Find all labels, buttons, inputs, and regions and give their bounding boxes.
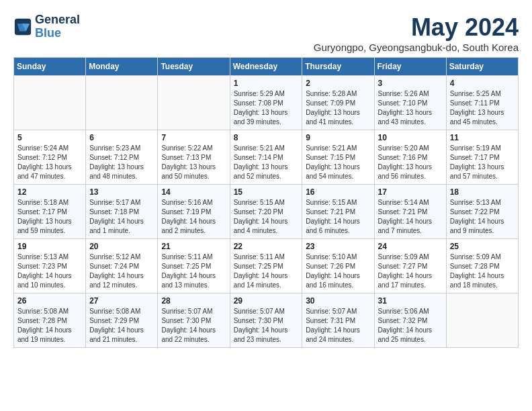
day-number: 2 xyxy=(306,79,370,88)
calendar-cell: 30Sunrise: 5:07 AM Sunset: 7:31 PM Dayli… xyxy=(302,293,374,348)
day-number: 22 xyxy=(234,242,299,251)
calendar-cell: 2Sunrise: 5:28 AM Sunset: 7:09 PM Daylig… xyxy=(302,76,374,130)
calendar-cell: 6Sunrise: 5:23 AM Sunset: 7:12 PM Daylig… xyxy=(86,130,158,185)
calendar-cell xyxy=(14,76,86,130)
col-sunday: Sunday xyxy=(14,58,86,76)
day-info: Sunrise: 5:13 AM Sunset: 7:22 PM Dayligh… xyxy=(450,198,515,236)
calendar-cell: 29Sunrise: 5:07 AM Sunset: 7:30 PM Dayli… xyxy=(230,293,302,348)
col-saturday: Saturday xyxy=(446,58,518,76)
day-info: Sunrise: 5:12 AM Sunset: 7:24 PM Dayligh… xyxy=(89,253,154,290)
day-info: Sunrise: 5:11 AM Sunset: 7:25 PM Dayligh… xyxy=(161,253,226,290)
day-number: 7 xyxy=(161,133,226,142)
calendar-cell: 18Sunrise: 5:13 AM Sunset: 7:22 PM Dayli… xyxy=(446,185,518,239)
day-info: Sunrise: 5:15 AM Sunset: 7:21 PM Dayligh… xyxy=(306,198,370,236)
logo: General Blue xyxy=(13,13,80,40)
calendar-cell: 28Sunrise: 5:07 AM Sunset: 7:30 PM Dayli… xyxy=(158,293,230,348)
calendar-cell: 16Sunrise: 5:15 AM Sunset: 7:21 PM Dayli… xyxy=(302,185,374,239)
day-info: Sunrise: 5:07 AM Sunset: 7:30 PM Dayligh… xyxy=(234,307,299,345)
day-number: 11 xyxy=(450,133,515,142)
day-info: Sunrise: 5:21 AM Sunset: 7:15 PM Dayligh… xyxy=(306,144,370,181)
calendar-week-2: 5Sunrise: 5:24 AM Sunset: 7:12 PM Daylig… xyxy=(14,130,519,185)
calendar-cell: 24Sunrise: 5:09 AM Sunset: 7:27 PM Dayli… xyxy=(374,239,446,293)
logo-text: General Blue xyxy=(35,13,80,40)
calendar-cell: 14Sunrise: 5:16 AM Sunset: 7:19 PM Dayli… xyxy=(158,185,230,239)
month-title: May 2024 xyxy=(314,13,519,42)
calendar-cell: 4Sunrise: 5:25 AM Sunset: 7:11 PM Daylig… xyxy=(446,76,518,130)
calendar-cell: 5Sunrise: 5:24 AM Sunset: 7:12 PM Daylig… xyxy=(14,130,86,185)
day-number: 21 xyxy=(161,242,226,251)
day-info: Sunrise: 5:24 AM Sunset: 7:12 PM Dayligh… xyxy=(17,144,82,181)
day-info: Sunrise: 5:20 AM Sunset: 7:16 PM Dayligh… xyxy=(378,144,443,181)
calendar-cell: 22Sunrise: 5:11 AM Sunset: 7:25 PM Dayli… xyxy=(230,239,302,293)
day-info: Sunrise: 5:26 AM Sunset: 7:10 PM Dayligh… xyxy=(378,89,443,127)
day-number: 5 xyxy=(17,133,82,142)
calendar-table: Sunday Monday Tuesday Wednesday Thursday… xyxy=(13,57,519,348)
day-number: 16 xyxy=(306,187,370,197)
day-number: 20 xyxy=(89,242,154,251)
calendar-cell xyxy=(446,293,518,348)
day-number: 13 xyxy=(89,187,154,197)
day-number: 4 xyxy=(450,79,515,88)
calendar-cell: 1Sunrise: 5:29 AM Sunset: 7:08 PM Daylig… xyxy=(230,76,302,130)
calendar-cell: 3Sunrise: 5:26 AM Sunset: 7:10 PM Daylig… xyxy=(374,76,446,130)
calendar-week-4: 19Sunrise: 5:13 AM Sunset: 7:23 PM Dayli… xyxy=(14,239,519,293)
day-number: 29 xyxy=(234,296,299,306)
day-number: 30 xyxy=(306,296,370,306)
day-info: Sunrise: 5:17 AM Sunset: 7:18 PM Dayligh… xyxy=(89,198,154,236)
page-header: General Blue May 2024 Guryongpo, Gyeongs… xyxy=(13,13,519,53)
day-number: 9 xyxy=(306,133,370,142)
calendar-cell: 12Sunrise: 5:18 AM Sunset: 7:17 PM Dayli… xyxy=(14,185,86,239)
day-info: Sunrise: 5:09 AM Sunset: 7:27 PM Dayligh… xyxy=(378,253,443,290)
day-number: 18 xyxy=(450,187,515,197)
calendar-header-row: Sunday Monday Tuesday Wednesday Thursday… xyxy=(14,58,519,76)
calendar-week-5: 26Sunrise: 5:08 AM Sunset: 7:28 PM Dayli… xyxy=(14,293,519,348)
calendar-cell: 23Sunrise: 5:10 AM Sunset: 7:26 PM Dayli… xyxy=(302,239,374,293)
day-info: Sunrise: 5:28 AM Sunset: 7:09 PM Dayligh… xyxy=(306,89,370,127)
calendar-cell xyxy=(86,76,158,130)
day-info: Sunrise: 5:07 AM Sunset: 7:31 PM Dayligh… xyxy=(306,307,370,345)
day-info: Sunrise: 5:29 AM Sunset: 7:08 PM Dayligh… xyxy=(234,89,299,127)
day-number: 26 xyxy=(17,296,82,306)
location-subtitle: Guryongpo, Gyeongsangbuk-do, South Korea xyxy=(314,42,519,53)
day-number: 31 xyxy=(378,296,443,306)
day-number: 27 xyxy=(89,296,154,306)
calendar-cell: 7Sunrise: 5:22 AM Sunset: 7:13 PM Daylig… xyxy=(158,130,230,185)
calendar-cell: 19Sunrise: 5:13 AM Sunset: 7:23 PM Dayli… xyxy=(14,239,86,293)
day-number: 24 xyxy=(378,242,443,251)
day-number: 19 xyxy=(17,242,82,251)
day-info: Sunrise: 5:08 AM Sunset: 7:28 PM Dayligh… xyxy=(17,307,82,345)
calendar-cell: 11Sunrise: 5:19 AM Sunset: 7:17 PM Dayli… xyxy=(446,130,518,185)
day-info: Sunrise: 5:23 AM Sunset: 7:12 PM Dayligh… xyxy=(89,144,154,181)
calendar-cell: 10Sunrise: 5:20 AM Sunset: 7:16 PM Dayli… xyxy=(374,130,446,185)
day-info: Sunrise: 5:21 AM Sunset: 7:14 PM Dayligh… xyxy=(234,144,299,181)
day-info: Sunrise: 5:10 AM Sunset: 7:26 PM Dayligh… xyxy=(306,253,370,290)
day-number: 23 xyxy=(306,242,370,251)
col-wednesday: Wednesday xyxy=(230,58,302,76)
day-number: 1 xyxy=(234,79,299,88)
day-info: Sunrise: 5:07 AM Sunset: 7:30 PM Dayligh… xyxy=(161,307,226,345)
day-info: Sunrise: 5:06 AM Sunset: 7:32 PM Dayligh… xyxy=(378,307,443,345)
day-number: 12 xyxy=(17,187,82,197)
calendar-week-3: 12Sunrise: 5:18 AM Sunset: 7:17 PM Dayli… xyxy=(14,185,519,239)
col-tuesday: Tuesday xyxy=(158,58,230,76)
day-info: Sunrise: 5:18 AM Sunset: 7:17 PM Dayligh… xyxy=(17,198,82,236)
calendar-week-1: 1Sunrise: 5:29 AM Sunset: 7:08 PM Daylig… xyxy=(14,76,519,130)
day-info: Sunrise: 5:22 AM Sunset: 7:13 PM Dayligh… xyxy=(161,144,226,181)
day-info: Sunrise: 5:19 AM Sunset: 7:17 PM Dayligh… xyxy=(450,144,515,181)
day-info: Sunrise: 5:16 AM Sunset: 7:19 PM Dayligh… xyxy=(161,198,226,236)
day-number: 3 xyxy=(378,79,443,88)
calendar-cell: 17Sunrise: 5:14 AM Sunset: 7:21 PM Dayli… xyxy=(374,185,446,239)
title-block: May 2024 Guryongpo, Gyeongsangbuk-do, So… xyxy=(314,13,519,53)
day-number: 15 xyxy=(234,187,299,197)
day-info: Sunrise: 5:11 AM Sunset: 7:25 PM Dayligh… xyxy=(234,253,299,290)
day-number: 28 xyxy=(161,296,226,306)
day-info: Sunrise: 5:25 AM Sunset: 7:11 PM Dayligh… xyxy=(450,89,515,127)
day-number: 6 xyxy=(89,133,154,142)
day-info: Sunrise: 5:13 AM Sunset: 7:23 PM Dayligh… xyxy=(17,253,82,290)
day-info: Sunrise: 5:14 AM Sunset: 7:21 PM Dayligh… xyxy=(378,198,443,236)
col-friday: Friday xyxy=(374,58,446,76)
logo-line2: Blue xyxy=(35,27,80,40)
day-number: 8 xyxy=(234,133,299,142)
col-thursday: Thursday xyxy=(302,58,374,76)
calendar-cell: 15Sunrise: 5:15 AM Sunset: 7:20 PM Dayli… xyxy=(230,185,302,239)
